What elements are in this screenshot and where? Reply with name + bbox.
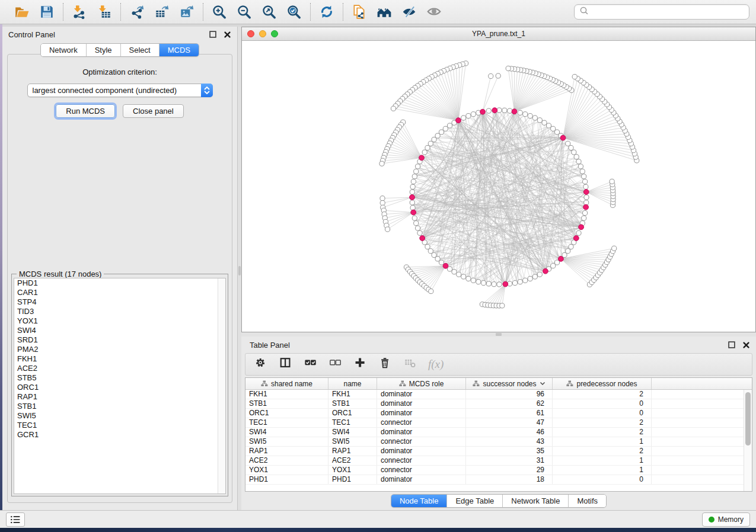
mcds-result-item[interactable]: CAR1: [14, 288, 225, 297]
network-graph[interactable]: [242, 41, 755, 331]
mcds-result-item[interactable]: STB5: [14, 373, 225, 383]
delete-table-icon: [404, 357, 417, 372]
mcds-result-item[interactable]: ORC1: [14, 383, 225, 392]
zoom-in-button[interactable]: [209, 2, 229, 21]
tab-mcds[interactable]: MCDS: [160, 44, 199, 56]
column-header-successor-nodes[interactable]: successor nodes: [466, 378, 553, 389]
refresh-network-button[interactable]: [317, 2, 337, 21]
search-input[interactable]: [592, 7, 744, 17]
mcds-result-item[interactable]: RAP1: [14, 392, 225, 402]
table-row[interactable]: SWI5SWI5connector431: [245, 437, 744, 447]
save-button[interactable]: [37, 2, 57, 21]
cell: YOX1: [245, 466, 328, 475]
mcds-result-item[interactable]: FKH1: [14, 354, 225, 364]
table-row[interactable]: TEC1TEC1connector472: [245, 418, 744, 428]
column-header-MCDS-role[interactable]: MCDS role: [377, 378, 466, 389]
zoom-out-button[interactable]: [234, 2, 254, 21]
table-panel: Table Panel f(x) shared namenameMCDS rol…: [241, 336, 756, 510]
float-window-icon[interactable]: [209, 30, 217, 39]
column-label: MCDS role: [409, 380, 444, 388]
mcds-result-item[interactable]: GCR1: [14, 430, 225, 440]
table-splitter-handle[interactable]: [496, 333, 502, 336]
mcds-list-scrollbar[interactable]: [218, 278, 225, 493]
column-label: predecessor nodes: [576, 380, 637, 388]
export-network-button[interactable]: [127, 2, 147, 21]
show-details-icon: [426, 4, 442, 20]
task-history-button[interactable]: [6, 512, 25, 527]
dropdown-stepper-icon: [201, 84, 213, 97]
splitter-handle[interactable]: [238, 266, 241, 275]
mcds-result-item[interactable]: STB1: [14, 402, 225, 411]
cell: 2: [553, 428, 652, 437]
hide-details-button[interactable]: [399, 2, 419, 21]
mcds-result-item[interactable]: SRD1: [14, 335, 225, 345]
table-row[interactable]: YOX1YOX1connector291: [245, 466, 744, 475]
close-panel-icon[interactable]: [223, 30, 231, 39]
show-column-button[interactable]: [279, 357, 293, 372]
criterion-dropdown[interactable]: largest connected component (undirected): [27, 84, 213, 97]
delete-column-button[interactable]: [378, 357, 393, 372]
cell: connector: [377, 418, 466, 427]
mcds-result-item[interactable]: PMA2: [14, 345, 225, 354]
column-header-shared-name[interactable]: shared name: [245, 378, 328, 389]
table-row[interactable]: SWI4SWI4dominator462: [245, 428, 744, 437]
mcds-result-item[interactable]: TEC1: [14, 421, 225, 430]
table-splitter[interactable]: [241, 332, 756, 336]
cell: RAP1: [245, 447, 328, 456]
column-header-predecessor-nodes[interactable]: predecessor nodes: [553, 378, 652, 389]
network-overview-button[interactable]: [374, 2, 394, 21]
table-row[interactable]: PHD1PHD1dominator180: [245, 475, 744, 485]
tab-style[interactable]: Style: [87, 44, 121, 56]
close-table-panel-icon[interactable]: [742, 341, 750, 349]
tab-motifs[interactable]: Motifs: [569, 495, 606, 507]
tab-network[interactable]: Network: [41, 44, 87, 56]
table-row[interactable]: ORC1ORC1dominator610: [245, 409, 744, 418]
export-network-icon: [129, 4, 145, 20]
zoom-selected-button[interactable]: [284, 2, 304, 21]
refresh-network-icon: [319, 4, 334, 20]
mcds-result-item[interactable]: TID3: [14, 307, 225, 316]
mcds-result-item[interactable]: ACE2: [14, 364, 225, 373]
zoom-fit-button[interactable]: [259, 2, 279, 21]
add-column-button[interactable]: [353, 357, 368, 372]
memory-button[interactable]: Memory: [702, 512, 750, 527]
cell: 0: [553, 475, 652, 484]
network-canvas[interactable]: [242, 41, 755, 332]
tab-network-table[interactable]: Network Table: [503, 495, 569, 507]
table-scrollbar[interactable]: [744, 390, 752, 491]
search-field[interactable]: [574, 4, 749, 20]
table-row[interactable]: FKH1FKH1dominator962: [245, 390, 744, 399]
table-row[interactable]: STB1STB1dominator620: [245, 399, 744, 409]
export-image-button[interactable]: [177, 2, 197, 21]
deselect-all-button[interactable]: [328, 357, 343, 372]
settings-gear-button[interactable]: [254, 357, 268, 372]
import-table-button[interactable]: [94, 2, 114, 21]
column-header-name[interactable]: name: [328, 378, 377, 389]
network-window: YPA_prune.txt_1: [241, 27, 756, 332]
run-mcds-button[interactable]: Run MCDS: [56, 104, 115, 118]
close-panel-button[interactable]: Close panel: [123, 104, 184, 118]
clone-network-button[interactable]: [349, 2, 369, 21]
mcds-result-item[interactable]: STP4: [14, 297, 225, 307]
mcds-result-item[interactable]: YOX1: [14, 316, 225, 326]
show-details-button[interactable]: [424, 2, 444, 21]
mcds-result-item[interactable]: SWI4: [14, 326, 225, 335]
mcds-result-item[interactable]: SWI5: [14, 411, 225, 421]
mcds-result-item[interactable]: PHD1: [14, 278, 225, 288]
open-folder-button[interactable]: [12, 2, 32, 21]
toolbar-group: [311, 2, 343, 21]
cell: SWI4: [245, 428, 328, 437]
table-scrollbar-thumb[interactable]: [745, 392, 751, 446]
table-row[interactable]: RAP1RAP1dominator352: [245, 447, 744, 456]
export-table-button[interactable]: [152, 2, 172, 21]
table-row[interactable]: ACE2ACE2connector311: [245, 456, 744, 466]
float-table-panel-icon[interactable]: [728, 341, 736, 349]
cell: PHD1: [245, 475, 328, 484]
tab-edge-table[interactable]: Edge Table: [447, 495, 503, 507]
import-network-button[interactable]: [69, 2, 90, 21]
tab-node-table[interactable]: Node Table: [391, 495, 448, 507]
tab-select[interactable]: Select: [121, 44, 160, 56]
select-all-button[interactable]: [304, 357, 318, 372]
toolbar-group: [203, 2, 310, 21]
column-namespace-icon: [399, 380, 406, 387]
